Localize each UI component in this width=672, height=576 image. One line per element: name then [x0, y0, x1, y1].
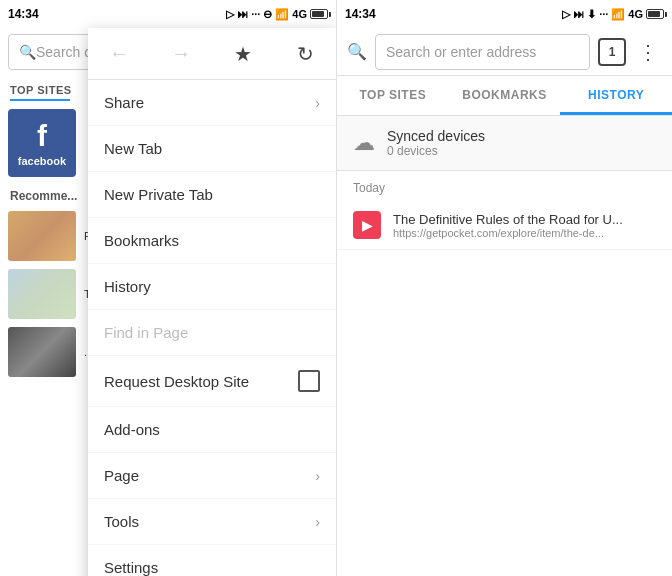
menu-item-request-desktop[interactable]: Request Desktop Site: [88, 356, 336, 407]
left-status-bar: 14:34 ▷ ⏭ ··· ⊖ 📶 4G: [0, 0, 336, 28]
tools-arrow: ›: [315, 514, 320, 530]
menu-item-tools[interactable]: Tools ›: [88, 499, 336, 545]
right-panel: 14:34 ▷ ⏭ ⬇ ··· 📶 4G 🔍 Search or enter a…: [336, 0, 672, 576]
history-text-0: The Definitive Rules of the Road for U..…: [393, 212, 656, 239]
reload-button[interactable]: ↻: [285, 34, 325, 74]
left-time: 14:34: [8, 7, 39, 21]
facebook-icon: f: [37, 119, 47, 153]
today-label: Today: [337, 171, 672, 201]
tab-count-number: 1: [609, 45, 616, 59]
new-private-tab-label: New Private Tab: [104, 186, 213, 203]
tab-bookmarks[interactable]: BOOKMARKS: [449, 76, 561, 115]
tab-history[interactable]: HISTORY: [560, 76, 672, 115]
pocket-icon: ▶: [353, 211, 381, 239]
left-status-icons: ▷ ⏭ ··· ⊖ 📶 4G: [226, 8, 328, 21]
menu-item-settings[interactable]: Settings: [88, 545, 336, 576]
wifi-icon: 📶: [275, 8, 289, 21]
tab-counter[interactable]: 1: [598, 38, 626, 66]
right-signal-icon: 📶: [611, 8, 625, 21]
right-time: 14:34: [345, 7, 376, 21]
right-toolbar: 🔍 Search or enter address 1 ⋮: [337, 28, 672, 76]
battery-icon: [310, 9, 328, 19]
forward-button[interactable]: →: [161, 34, 201, 74]
bookmark-button[interactable]: ★: [223, 34, 263, 74]
settings-label: Settings: [104, 559, 158, 576]
data-icon: 4G: [292, 8, 307, 20]
play-icon: ▷: [226, 8, 234, 21]
right-status-bar: 14:34 ▷ ⏭ ⬇ ··· 📶 4G: [337, 0, 672, 28]
back-button[interactable]: ←: [99, 34, 139, 74]
request-desktop-label: Request Desktop Site: [104, 373, 249, 390]
signal-icon: ⊖: [263, 8, 272, 21]
share-arrow: ›: [315, 95, 320, 111]
right-tabs: TOP SITES BOOKMARKS HISTORY: [337, 76, 672, 116]
tools-label: Tools: [104, 513, 139, 530]
tab-top-sites-label: TOP SITES: [359, 88, 426, 102]
dropdown-toolbar: ← → ★ ↻: [88, 28, 336, 80]
share-label: Share: [104, 94, 144, 111]
history-item-0[interactable]: ▶ The Definitive Rules of the Road for U…: [337, 201, 672, 250]
page-label: Page: [104, 467, 139, 484]
synced-text: Synced devices 0 devices: [387, 128, 485, 158]
facebook-label: facebook: [18, 155, 66, 167]
tab-history-label: HISTORY: [588, 88, 644, 102]
right-search-placeholder: Search or enter address: [386, 44, 536, 60]
synced-title: Synced devices: [387, 128, 485, 144]
synced-count: 0 devices: [387, 144, 485, 158]
right-more-dots-icon: ···: [599, 8, 608, 20]
right-status-icons: ▷ ⏭ ⬇ ··· 📶 4G: [562, 8, 664, 21]
menu-item-new-private-tab[interactable]: New Private Tab: [88, 172, 336, 218]
right-media-icon: ⏭: [573, 8, 584, 20]
dropdown-menu: ← → ★ ↻ Share › New Tab New Private Tab …: [88, 28, 336, 576]
page-arrow: ›: [315, 468, 320, 484]
right-search-icon: 🔍: [347, 42, 367, 61]
menu-item-new-tab[interactable]: New Tab: [88, 126, 336, 172]
right-data-icon: 4G: [628, 8, 643, 20]
tab-top-sites[interactable]: TOP SITES: [337, 76, 449, 115]
request-desktop-checkbox[interactable]: [298, 370, 320, 392]
rec-thumb-1: [8, 211, 76, 261]
left-panel: 14:34 ▷ ⏭ ··· ⊖ 📶 4G 🔍 Search o... TOP S…: [0, 0, 336, 576]
synced-devices-section[interactable]: ☁ Synced devices 0 devices: [337, 116, 672, 171]
history-url-0: https://getpocket.com/explore/item/the-d…: [393, 227, 656, 239]
find-in-page-label: Find in Page: [104, 324, 188, 341]
history-label: History: [104, 278, 151, 295]
site-tile-facebook[interactable]: f facebook: [8, 109, 76, 177]
menu-item-addons[interactable]: Add-ons: [88, 407, 336, 453]
menu-item-page[interactable]: Page ›: [88, 453, 336, 499]
cloud-icon: ☁: [353, 130, 375, 156]
media-icon: ⏭: [237, 8, 248, 20]
right-play-icon: ▷: [562, 8, 570, 21]
bookmarks-label: Bookmarks: [104, 232, 179, 249]
search-icon: 🔍: [19, 44, 36, 60]
more-dots-icon: ···: [251, 8, 260, 20]
right-download-icon: ⬇: [587, 8, 596, 21]
rec-thumb-3: [8, 327, 76, 377]
rec-thumb-2: [8, 269, 76, 319]
menu-item-share[interactable]: Share ›: [88, 80, 336, 126]
menu-item-history[interactable]: History: [88, 264, 336, 310]
tab-bookmarks-label: BOOKMARKS: [462, 88, 547, 102]
menu-item-bookmarks[interactable]: Bookmarks: [88, 218, 336, 264]
more-menu-button[interactable]: ⋮: [634, 36, 662, 68]
new-tab-label: New Tab: [104, 140, 162, 157]
menu-item-find-in-page: Find in Page: [88, 310, 336, 356]
right-battery-icon: [646, 9, 664, 19]
right-search-bar[interactable]: Search or enter address: [375, 34, 590, 70]
addons-label: Add-ons: [104, 421, 160, 438]
history-title-0: The Definitive Rules of the Road for U..…: [393, 212, 656, 227]
